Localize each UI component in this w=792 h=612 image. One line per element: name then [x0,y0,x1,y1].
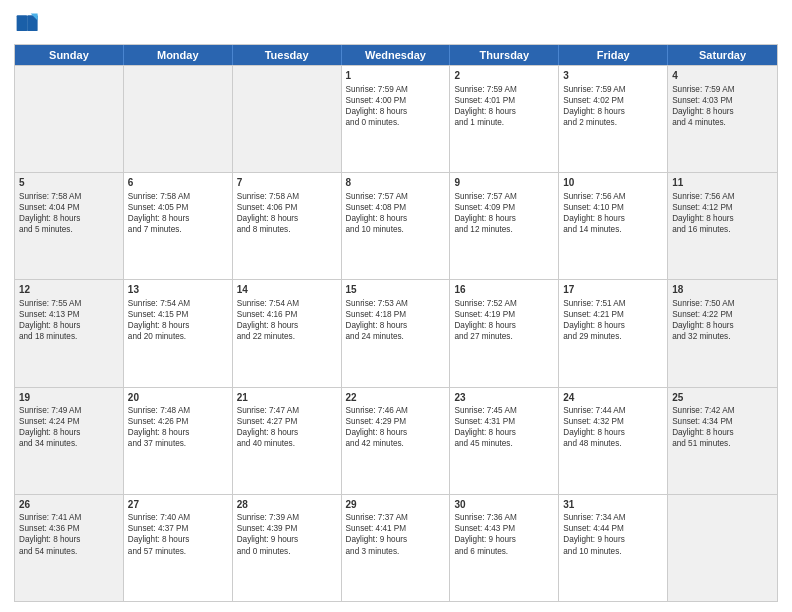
day-number: 9 [454,176,554,190]
day-info: Daylight: 8 hours [454,213,554,224]
day-info: Sunset: 4:12 PM [672,202,773,213]
day-info: and 48 minutes. [563,438,663,449]
day-info: Sunrise: 7:58 AM [128,191,228,202]
calendar-day-4: 4Sunrise: 7:59 AMSunset: 4:03 PMDaylight… [668,66,777,172]
calendar-day-3: 3Sunrise: 7:59 AMSunset: 4:02 PMDaylight… [559,66,668,172]
day-info: Sunset: 4:21 PM [563,309,663,320]
day-info: Sunset: 4:41 PM [346,523,446,534]
calendar-day-12: 12Sunrise: 7:55 AMSunset: 4:13 PMDayligh… [15,280,124,386]
calendar-day-10: 10Sunrise: 7:56 AMSunset: 4:10 PMDayligh… [559,173,668,279]
day-number: 13 [128,283,228,297]
day-number: 15 [346,283,446,297]
calendar-empty-cell [124,66,233,172]
day-info: Sunset: 4:29 PM [346,416,446,427]
calendar-day-1: 1Sunrise: 7:59 AMSunset: 4:00 PMDaylight… [342,66,451,172]
day-info: Daylight: 8 hours [563,427,663,438]
day-info: and 37 minutes. [128,438,228,449]
calendar-week-1: 1Sunrise: 7:59 AMSunset: 4:00 PMDaylight… [15,65,777,172]
day-info: Sunset: 4:06 PM [237,202,337,213]
day-info: Sunset: 4:03 PM [672,95,773,106]
day-info: Sunrise: 7:50 AM [672,298,773,309]
day-info: Sunset: 4:16 PM [237,309,337,320]
day-number: 27 [128,498,228,512]
day-info: Sunset: 4:10 PM [563,202,663,213]
weekday-header-sunday: Sunday [15,45,124,65]
day-info: Sunrise: 7:47 AM [237,405,337,416]
day-info: Sunrise: 7:49 AM [19,405,119,416]
weekday-header-tuesday: Tuesday [233,45,342,65]
calendar-header-row: SundayMondayTuesdayWednesdayThursdayFrid… [15,45,777,65]
day-info: Sunset: 4:00 PM [346,95,446,106]
day-number: 26 [19,498,119,512]
day-info: Sunset: 4:39 PM [237,523,337,534]
calendar-week-5: 26Sunrise: 7:41 AMSunset: 4:36 PMDayligh… [15,494,777,601]
day-info: Sunrise: 7:58 AM [237,191,337,202]
day-info: Sunrise: 7:46 AM [346,405,446,416]
day-info: Daylight: 8 hours [128,320,228,331]
day-info: and 32 minutes. [672,331,773,342]
calendar-day-18: 18Sunrise: 7:50 AMSunset: 4:22 PMDayligh… [668,280,777,386]
day-number: 11 [672,176,773,190]
svg-rect-1 [17,15,28,31]
day-info: and 16 minutes. [672,224,773,235]
day-info: Sunset: 4:24 PM [19,416,119,427]
day-info: Daylight: 8 hours [19,213,119,224]
day-number: 7 [237,176,337,190]
day-info: Sunset: 4:44 PM [563,523,663,534]
day-info: Sunrise: 7:45 AM [454,405,554,416]
day-info: Sunset: 4:09 PM [454,202,554,213]
day-info: and 14 minutes. [563,224,663,235]
day-info: Sunrise: 7:42 AM [672,405,773,416]
day-info: Daylight: 9 hours [454,534,554,545]
day-info: Sunset: 4:18 PM [346,309,446,320]
weekday-header-friday: Friday [559,45,668,65]
day-info: Sunrise: 7:53 AM [346,298,446,309]
day-info: Daylight: 8 hours [237,427,337,438]
day-number: 20 [128,391,228,405]
day-info: Sunrise: 7:55 AM [19,298,119,309]
day-info: Sunrise: 7:36 AM [454,512,554,523]
day-info: Daylight: 8 hours [454,427,554,438]
day-number: 23 [454,391,554,405]
day-info: Daylight: 8 hours [563,320,663,331]
day-number: 21 [237,391,337,405]
day-info: Daylight: 8 hours [672,213,773,224]
day-info: Sunrise: 7:59 AM [454,84,554,95]
day-info: and 22 minutes. [237,331,337,342]
calendar-day-23: 23Sunrise: 7:45 AMSunset: 4:31 PMDayligh… [450,388,559,494]
day-number: 1 [346,69,446,83]
day-info: Daylight: 8 hours [346,106,446,117]
day-number: 19 [19,391,119,405]
day-info: Daylight: 8 hours [454,320,554,331]
calendar-day-7: 7Sunrise: 7:58 AMSunset: 4:06 PMDaylight… [233,173,342,279]
weekday-header-wednesday: Wednesday [342,45,451,65]
day-info: Sunset: 4:26 PM [128,416,228,427]
day-info: Sunrise: 7:54 AM [128,298,228,309]
day-info: Sunrise: 7:37 AM [346,512,446,523]
day-info: Sunrise: 7:34 AM [563,512,663,523]
day-info: Daylight: 8 hours [346,320,446,331]
day-info: Daylight: 8 hours [237,213,337,224]
day-number: 16 [454,283,554,297]
day-info: Sunset: 4:01 PM [454,95,554,106]
day-number: 28 [237,498,337,512]
day-info: and 2 minutes. [563,117,663,128]
day-info: Sunset: 4:31 PM [454,416,554,427]
day-info: Sunset: 4:27 PM [237,416,337,427]
calendar-day-26: 26Sunrise: 7:41 AMSunset: 4:36 PMDayligh… [15,495,124,601]
day-info: and 0 minutes. [346,117,446,128]
day-info: Daylight: 9 hours [237,534,337,545]
weekday-header-saturday: Saturday [668,45,777,65]
calendar-day-22: 22Sunrise: 7:46 AMSunset: 4:29 PMDayligh… [342,388,451,494]
day-number: 6 [128,176,228,190]
calendar-day-28: 28Sunrise: 7:39 AMSunset: 4:39 PMDayligh… [233,495,342,601]
day-info: Sunset: 4:34 PM [672,416,773,427]
logo [14,10,46,38]
day-info: and 45 minutes. [454,438,554,449]
day-info: Daylight: 8 hours [237,320,337,331]
day-info: Daylight: 8 hours [672,320,773,331]
calendar-day-25: 25Sunrise: 7:42 AMSunset: 4:34 PMDayligh… [668,388,777,494]
day-info: Sunrise: 7:57 AM [454,191,554,202]
day-info: and 10 minutes. [563,546,663,557]
calendar-day-24: 24Sunrise: 7:44 AMSunset: 4:32 PMDayligh… [559,388,668,494]
